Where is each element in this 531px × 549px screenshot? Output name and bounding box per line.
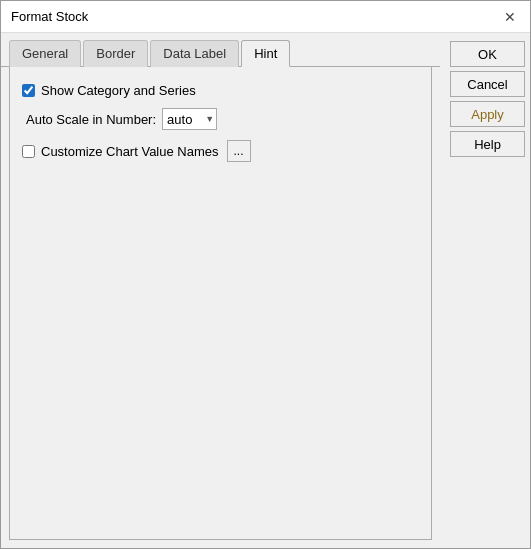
help-button[interactable]: Help [450, 131, 525, 157]
show-category-label: Show Category and Series [41, 83, 196, 98]
customize-row: Customize Chart Value Names ... [22, 140, 419, 162]
auto-scale-dropdown-wrapper: auto none K M B ▼ [162, 108, 217, 130]
tab-hint[interactable]: Hint [241, 40, 290, 67]
auto-scale-row: Auto Scale in Number: auto none K M B ▼ [22, 108, 419, 130]
dialog-body: General Border Data Label Hint Show Cate… [1, 33, 530, 548]
title-bar: Format Stock ✕ [1, 1, 530, 33]
format-stock-dialog: Format Stock ✕ General Border Data Label… [0, 0, 531, 549]
customize-label: Customize Chart Value Names [41, 144, 219, 159]
cancel-button[interactable]: Cancel [450, 71, 525, 97]
dialog-title: Format Stock [11, 9, 88, 24]
tab-content-hint: Show Category and Series Auto Scale in N… [9, 67, 432, 540]
action-buttons: OK Cancel Apply Help [440, 33, 530, 548]
show-category-row: Show Category and Series [22, 83, 419, 98]
tab-border[interactable]: Border [83, 40, 148, 67]
close-button[interactable]: ✕ [500, 7, 520, 27]
auto-scale-select[interactable]: auto none K M B [163, 109, 216, 129]
tab-bar: General Border Data Label Hint [1, 33, 440, 67]
ok-button[interactable]: OK [450, 41, 525, 67]
main-content: General Border Data Label Hint Show Cate… [1, 33, 440, 548]
show-category-checkbox[interactable] [22, 84, 35, 97]
tab-general[interactable]: General [9, 40, 81, 67]
apply-button[interactable]: Apply [450, 101, 525, 127]
tab-data-label[interactable]: Data Label [150, 40, 239, 67]
customize-checkbox[interactable] [22, 145, 35, 158]
auto-scale-label: Auto Scale in Number: [26, 112, 156, 127]
ellipsis-button[interactable]: ... [227, 140, 251, 162]
